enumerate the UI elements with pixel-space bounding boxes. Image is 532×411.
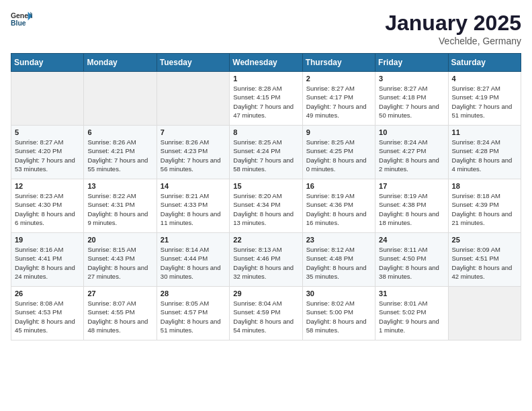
day-number: 15	[233, 182, 298, 190]
day-number: 23	[306, 236, 371, 244]
day-info: Sunrise: 8:04 AM Sunset: 4:59 PM Dayligh…	[233, 299, 298, 334]
header-day-sunday: Sunday	[11, 54, 84, 72]
day-info: Sunrise: 8:16 AM Sunset: 4:41 PM Dayligh…	[15, 245, 80, 281]
calendar-cell: 7Sunrise: 8:26 AM Sunset: 4:23 PM Daylig…	[157, 126, 229, 179]
calendar-cell: 11Sunrise: 8:24 AM Sunset: 4:28 PM Dayli…	[448, 126, 521, 179]
day-info: Sunrise: 8:21 AM Sunset: 4:33 PM Dayligh…	[161, 191, 226, 227]
calendar-cell	[157, 72, 229, 126]
day-info: Sunrise: 8:28 AM Sunset: 4:15 PM Dayligh…	[233, 84, 298, 120]
day-number: 18	[452, 182, 517, 190]
day-info: Sunrise: 8:24 AM Sunset: 4:27 PM Dayligh…	[379, 138, 444, 173]
day-number: 7	[161, 128, 226, 136]
calendar-cell: 22Sunrise: 8:13 AM Sunset: 4:46 PM Dayli…	[230, 233, 302, 287]
calendar-cell: 26Sunrise: 8:08 AM Sunset: 4:53 PM Dayli…	[11, 287, 84, 340]
calendar-cell: 31Sunrise: 8:01 AM Sunset: 5:02 PM Dayli…	[375, 287, 448, 340]
week-row-2: 5Sunrise: 8:27 AM Sunset: 4:20 PM Daylig…	[11, 126, 521, 179]
week-row-4: 19Sunrise: 8:16 AM Sunset: 4:41 PM Dayli…	[11, 233, 521, 287]
day-number: 13	[87, 182, 152, 190]
calendar-cell: 16Sunrise: 8:19 AM Sunset: 4:36 PM Dayli…	[302, 179, 375, 233]
day-number: 10	[379, 128, 444, 136]
calendar-cell: 24Sunrise: 8:11 AM Sunset: 4:50 PM Dayli…	[375, 233, 448, 287]
header-day-thursday: Thursday	[302, 54, 375, 72]
day-info: Sunrise: 8:02 AM Sunset: 5:00 PM Dayligh…	[306, 299, 371, 334]
day-info: Sunrise: 8:05 AM Sunset: 4:57 PM Dayligh…	[161, 299, 226, 334]
day-info: Sunrise: 8:25 AM Sunset: 4:24 PM Dayligh…	[233, 138, 298, 173]
day-number: 6	[87, 128, 152, 136]
calendar-cell: 10Sunrise: 8:24 AM Sunset: 4:27 PM Dayli…	[375, 126, 448, 179]
calendar-cell: 9Sunrise: 8:25 AM Sunset: 4:25 PM Daylig…	[302, 126, 375, 179]
week-row-1: 1Sunrise: 8:28 AM Sunset: 4:15 PM Daylig…	[11, 72, 521, 126]
day-number: 12	[15, 182, 80, 190]
day-info: Sunrise: 8:19 AM Sunset: 4:36 PM Dayligh…	[306, 191, 371, 227]
calendar-cell: 19Sunrise: 8:16 AM Sunset: 4:41 PM Dayli…	[11, 233, 84, 287]
day-number: 2	[306, 75, 371, 83]
day-number: 9	[306, 128, 371, 136]
calendar-cell: 6Sunrise: 8:26 AM Sunset: 4:21 PM Daylig…	[84, 126, 157, 179]
calendar-cell: 23Sunrise: 8:12 AM Sunset: 4:48 PM Dayli…	[302, 233, 375, 287]
calendar-cell: 5Sunrise: 8:27 AM Sunset: 4:20 PM Daylig…	[11, 126, 84, 179]
header-day-monday: Monday	[84, 54, 157, 72]
week-row-3: 12Sunrise: 8:23 AM Sunset: 4:30 PM Dayli…	[11, 179, 521, 233]
day-number: 27	[87, 289, 152, 298]
day-info: Sunrise: 8:27 AM Sunset: 4:20 PM Dayligh…	[15, 138, 80, 173]
day-info: Sunrise: 8:11 AM Sunset: 4:50 PM Dayligh…	[379, 245, 444, 281]
calendar-table: SundayMondayTuesdayWednesdayThursdayFrid…	[11, 53, 521, 340]
day-number: 8	[233, 128, 298, 136]
day-info: Sunrise: 8:26 AM Sunset: 4:23 PM Dayligh…	[161, 138, 226, 173]
day-info: Sunrise: 8:26 AM Sunset: 4:21 PM Dayligh…	[87, 138, 152, 173]
logo: General Blue	[11, 11, 32, 30]
calendar-cell: 20Sunrise: 8:15 AM Sunset: 4:43 PM Dayli…	[84, 233, 157, 287]
day-info: Sunrise: 8:08 AM Sunset: 4:53 PM Dayligh…	[15, 299, 80, 334]
title-area: January 2025 Vechelde, Germany	[385, 11, 521, 46]
header-row: SundayMondayTuesdayWednesdayThursdayFrid…	[11, 54, 521, 72]
day-number: 17	[379, 182, 444, 190]
day-info: Sunrise: 8:14 AM Sunset: 4:44 PM Dayligh…	[161, 245, 226, 281]
day-number: 4	[452, 75, 517, 83]
day-number: 11	[452, 128, 517, 136]
day-info: Sunrise: 8:22 AM Sunset: 4:31 PM Dayligh…	[87, 191, 152, 227]
day-info: Sunrise: 8:20 AM Sunset: 4:34 PM Dayligh…	[233, 191, 298, 227]
calendar-cell: 1Sunrise: 8:28 AM Sunset: 4:15 PM Daylig…	[230, 72, 302, 126]
day-info: Sunrise: 8:23 AM Sunset: 4:30 PM Dayligh…	[15, 191, 80, 227]
day-info: Sunrise: 8:01 AM Sunset: 5:02 PM Dayligh…	[379, 299, 444, 334]
day-number: 16	[306, 182, 371, 190]
day-info: Sunrise: 8:18 AM Sunset: 4:39 PM Dayligh…	[452, 191, 517, 227]
day-number: 14	[161, 182, 226, 190]
logo-icon: General Blue	[11, 11, 32, 30]
subtitle: Vechelde, Germany	[385, 36, 521, 46]
day-info: Sunrise: 8:27 AM Sunset: 4:17 PM Dayligh…	[306, 84, 371, 120]
calendar-cell: 18Sunrise: 8:18 AM Sunset: 4:39 PM Dayli…	[448, 179, 521, 233]
calendar-cell: 30Sunrise: 8:02 AM Sunset: 5:00 PM Dayli…	[302, 287, 375, 340]
day-number: 20	[87, 236, 152, 244]
main-title: January 2025	[385, 11, 521, 36]
calendar-cell: 14Sunrise: 8:21 AM Sunset: 4:33 PM Dayli…	[157, 179, 229, 233]
day-number: 24	[379, 236, 444, 244]
calendar-cell: 15Sunrise: 8:20 AM Sunset: 4:34 PM Dayli…	[230, 179, 302, 233]
day-info: Sunrise: 8:12 AM Sunset: 4:48 PM Dayligh…	[306, 245, 371, 281]
header-day-tuesday: Tuesday	[157, 54, 229, 72]
calendar-cell: 8Sunrise: 8:25 AM Sunset: 4:24 PM Daylig…	[230, 126, 302, 179]
day-number: 25	[452, 236, 517, 244]
calendar-cell: 12Sunrise: 8:23 AM Sunset: 4:30 PM Dayli…	[11, 179, 84, 233]
day-number: 30	[306, 289, 371, 298]
day-info: Sunrise: 8:27 AM Sunset: 4:19 PM Dayligh…	[452, 84, 517, 120]
day-info: Sunrise: 8:19 AM Sunset: 4:38 PM Dayligh…	[379, 191, 444, 227]
day-info: Sunrise: 8:25 AM Sunset: 4:25 PM Dayligh…	[306, 138, 371, 173]
calendar-cell: 13Sunrise: 8:22 AM Sunset: 4:31 PM Dayli…	[84, 179, 157, 233]
calendar-cell: 29Sunrise: 8:04 AM Sunset: 4:59 PM Dayli…	[230, 287, 302, 340]
calendar-cell	[448, 287, 521, 340]
week-row-5: 26Sunrise: 8:08 AM Sunset: 4:53 PM Dayli…	[11, 287, 521, 340]
day-number: 1	[233, 75, 298, 83]
header-day-friday: Friday	[375, 54, 448, 72]
header-day-wednesday: Wednesday	[230, 54, 302, 72]
calendar-body: 1Sunrise: 8:28 AM Sunset: 4:15 PM Daylig…	[11, 72, 521, 340]
calendar-header: SundayMondayTuesdayWednesdayThursdayFrid…	[11, 54, 521, 72]
day-number: 5	[15, 128, 80, 136]
day-info: Sunrise: 8:24 AM Sunset: 4:28 PM Dayligh…	[452, 138, 517, 173]
day-info: Sunrise: 8:27 AM Sunset: 4:18 PM Dayligh…	[379, 84, 444, 120]
day-number: 3	[379, 75, 444, 83]
day-number: 19	[15, 236, 80, 244]
calendar-cell	[84, 72, 157, 126]
day-number: 29	[233, 289, 298, 298]
calendar-cell	[11, 72, 84, 126]
